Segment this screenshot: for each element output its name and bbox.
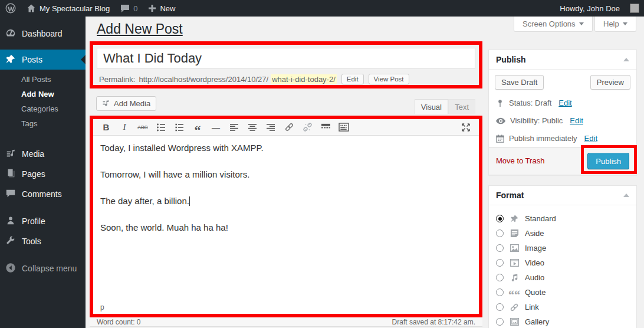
help-tab[interactable]: Help bbox=[594, 17, 636, 32]
tab-text[interactable]: Text bbox=[448, 99, 475, 114]
visibility-text: Visibility: Public bbox=[510, 116, 563, 125]
sidebar-item-label: Pages bbox=[22, 169, 45, 179]
sidebar-subitem-all-posts[interactable]: All Posts bbox=[0, 72, 86, 87]
pages-icon bbox=[5, 168, 16, 181]
radio-audio[interactable] bbox=[496, 274, 504, 281]
move-to-trash-link[interactable]: Move to Trash bbox=[496, 156, 544, 165]
format-gallery-icon bbox=[509, 318, 520, 326]
schedule-row: Publish immediately Edit bbox=[496, 134, 597, 143]
read-more-tag-button[interactable] bbox=[318, 121, 333, 134]
sidebar-item-collapse-menu[interactable]: Collapse menu bbox=[0, 258, 86, 278]
align-left-button[interactable] bbox=[227, 121, 241, 134]
sidebar-item-dashboard[interactable]: Dashboard bbox=[0, 24, 86, 44]
new-content-menu[interactable]: New bbox=[143, 0, 180, 17]
screen-options-tab[interactable]: Screen Options bbox=[514, 17, 593, 32]
avatar[interactable] bbox=[630, 4, 639, 13]
remove-link-button[interactable] bbox=[300, 121, 314, 134]
radio-link[interactable] bbox=[496, 303, 504, 311]
post-title-input[interactable] bbox=[97, 48, 475, 69]
format-option-label[interactable]: Video bbox=[525, 258, 544, 267]
format-panel-title: Format bbox=[496, 191, 524, 200]
format-option-label[interactable]: Aside bbox=[525, 229, 544, 238]
edit-status-link[interactable]: Edit bbox=[558, 99, 571, 107]
align-right-button[interactable] bbox=[264, 121, 278, 134]
sidebar-item-posts[interactable]: Posts bbox=[0, 50, 86, 70]
sidebar-item-label: Collapse menu bbox=[22, 264, 77, 273]
format-option-label[interactable]: Image bbox=[525, 244, 546, 252]
editor-content-area[interactable]: Today, I installed Wordpress with XAMPP.… bbox=[93, 136, 479, 303]
wordpress-admin-page: My Spectacular Blog 0 New Howdy, John Do… bbox=[0, 0, 644, 328]
format-option-label[interactable]: Standard bbox=[525, 214, 556, 223]
format-option-label[interactable]: Gallery bbox=[525, 317, 549, 326]
insert-link-button[interactable] bbox=[282, 121, 296, 134]
sidebar-item-comments[interactable]: Comments bbox=[0, 184, 86, 204]
editor-paragraph: Today, I installed Wordpress with XAMPP. bbox=[100, 143, 472, 153]
format-option-label[interactable]: Quote bbox=[525, 288, 546, 297]
visibility-eye-icon bbox=[496, 117, 505, 124]
editor-paragraph: The day after, a billion. bbox=[100, 196, 472, 206]
publish-panel: Publish Save Draft Preview Status: Draft… bbox=[488, 50, 637, 175]
add-media-icon bbox=[102, 99, 111, 108]
comments-shortcut[interactable]: 0 bbox=[115, 0, 143, 17]
sidebar-item-pages[interactable]: Pages bbox=[0, 164, 86, 184]
blockquote-button[interactable]: “ bbox=[190, 121, 205, 134]
howdy-account-menu[interactable]: Howdy, John Doe bbox=[554, 0, 625, 17]
italic-button[interactable]: I bbox=[117, 121, 132, 134]
view-post-button[interactable]: View Post bbox=[369, 74, 409, 84]
format-aside-icon bbox=[509, 229, 520, 238]
plus-icon bbox=[148, 4, 156, 12]
edit-visibility-link[interactable]: Edit bbox=[570, 116, 583, 125]
align-center-button[interactable] bbox=[245, 121, 259, 134]
add-media-label: Add Media bbox=[114, 99, 150, 108]
format-image-icon bbox=[509, 244, 520, 252]
preview-button[interactable]: Preview bbox=[590, 75, 630, 90]
format-option-audio: Audio bbox=[496, 270, 629, 285]
format-panel-header[interactable]: Format bbox=[489, 186, 636, 205]
radio-video[interactable] bbox=[496, 259, 504, 267]
format-option-label[interactable]: Link bbox=[525, 303, 539, 311]
wordpress-logo-menu[interactable] bbox=[0, 0, 21, 17]
collapse-panel-icon[interactable] bbox=[623, 193, 629, 197]
publish-button[interactable]: Publish bbox=[587, 153, 629, 169]
save-draft-button[interactable]: Save Draft bbox=[495, 75, 544, 90]
sidebar-subitem-categories[interactable]: Categories bbox=[0, 101, 86, 116]
format-option-aside: Aside bbox=[496, 226, 629, 241]
profile-icon bbox=[5, 215, 16, 228]
calendar-icon bbox=[496, 135, 504, 143]
edit-schedule-link[interactable]: Edit bbox=[584, 134, 597, 143]
editor-toolbar: B I ABC “ — bbox=[93, 119, 479, 136]
posts-submenu: All Posts Add New Categories Tags bbox=[0, 70, 86, 137]
permalink-edit-button[interactable]: Edit bbox=[341, 74, 364, 84]
distraction-free-button[interactable] bbox=[459, 121, 473, 134]
sidebar-subitem-tags[interactable]: Tags bbox=[0, 116, 86, 131]
radio-standard[interactable] bbox=[496, 215, 504, 222]
admin-bar: My Spectacular Blog 0 New Howdy, John Do… bbox=[0, 0, 644, 17]
bold-button[interactable]: B bbox=[99, 121, 113, 134]
sidebar-item-profile[interactable]: Profile bbox=[0, 211, 86, 231]
toolbar-toggle-button[interactable] bbox=[337, 121, 351, 134]
strikethrough-button[interactable]: ABC bbox=[136, 121, 150, 134]
sidebar-item-tools[interactable]: Tools bbox=[0, 231, 86, 251]
visibility-row: Visibility: Public Edit bbox=[496, 116, 583, 125]
new-label: New bbox=[160, 4, 175, 13]
tab-visual[interactable]: Visual bbox=[415, 99, 448, 114]
chevron-down-icon bbox=[579, 22, 584, 25]
publish-panel-header[interactable]: Publish bbox=[489, 50, 636, 70]
tools-icon bbox=[5, 235, 16, 248]
site-link[interactable]: My Spectacular Blog bbox=[21, 0, 115, 17]
sidebar-item-media[interactable]: Media bbox=[0, 144, 86, 164]
editor-element-path[interactable]: p bbox=[93, 303, 479, 314]
collapse-panel-icon[interactable] bbox=[623, 58, 629, 61]
format-option-label[interactable]: Audio bbox=[525, 273, 544, 282]
radio-image[interactable] bbox=[496, 244, 504, 252]
add-media-button[interactable]: Add Media bbox=[96, 96, 156, 111]
bulleted-list-button[interactable] bbox=[154, 121, 168, 134]
sidebar-subitem-add-new[interactable]: Add New bbox=[0, 87, 86, 101]
sidebar-item-label: Comments bbox=[22, 189, 62, 199]
radio-quote[interactable] bbox=[496, 288, 504, 296]
radio-gallery[interactable] bbox=[496, 318, 504, 326]
editor-paragraph: Soon, the world. Muah ha ha ha! bbox=[100, 222, 472, 232]
numbered-list-button[interactable] bbox=[172, 121, 186, 134]
horizontal-rule-button[interactable]: — bbox=[209, 121, 223, 134]
radio-aside[interactable] bbox=[496, 229, 504, 237]
